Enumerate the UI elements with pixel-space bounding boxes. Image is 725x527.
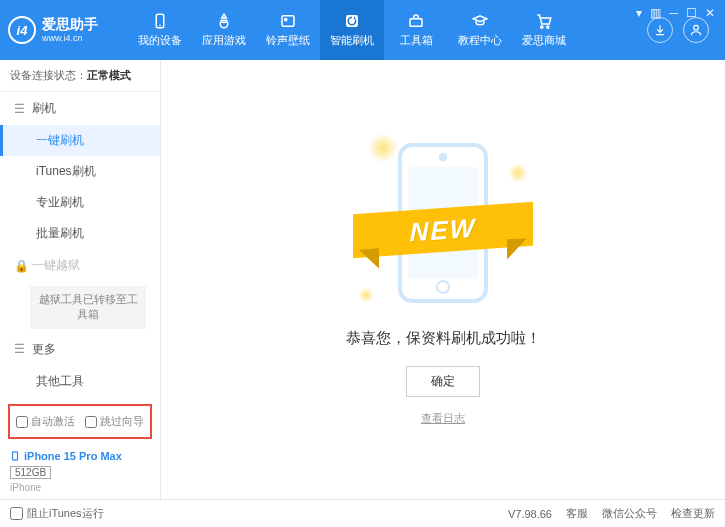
main-nav: 我的设备 应用游戏 铃声壁纸 智能刷机 工具箱 教程中心 爱思商城 bbox=[128, 0, 647, 60]
svg-point-4 bbox=[285, 18, 287, 20]
ok-button[interactable]: 确定 bbox=[406, 366, 480, 397]
skip-guide-input[interactable] bbox=[85, 416, 97, 428]
jailbreak-moved-note: 越狱工具已转移至工具箱 bbox=[30, 286, 146, 329]
group-label: 刷机 bbox=[32, 100, 56, 117]
wechat-link[interactable]: 微信公众号 bbox=[602, 506, 657, 521]
nav-my-device[interactable]: 我的设备 bbox=[128, 0, 192, 60]
phone-icon bbox=[10, 449, 20, 463]
auto-activate-input[interactable] bbox=[16, 416, 28, 428]
svg-point-7 bbox=[541, 26, 543, 28]
checkbox-label: 跳过向导 bbox=[100, 414, 144, 429]
minimize-icon[interactable]: ─ bbox=[669, 6, 678, 20]
flash-options-highlighted: 自动激活 跳过向导 bbox=[8, 404, 152, 439]
close-icon[interactable]: ✕ bbox=[705, 6, 715, 20]
nav-ringtones[interactable]: 铃声壁纸 bbox=[256, 0, 320, 60]
svg-rect-6 bbox=[410, 19, 422, 27]
sidebar: 设备连接状态：正常模式 ☰ 刷机 一键刷机 iTunes刷机 专业刷机 批量刷机… bbox=[0, 60, 161, 499]
nav-tutorials[interactable]: 教程中心 bbox=[448, 0, 512, 60]
phone-icon bbox=[150, 12, 170, 30]
header-actions bbox=[647, 17, 709, 43]
app-header: ▾ ▥ ─ ☐ ✕ i4 爱思助手 www.i4.cn 我的设备 应用游戏 铃声… bbox=[0, 0, 725, 60]
device-name[interactable]: iPhone 15 Pro Max bbox=[10, 449, 150, 463]
toolbox-icon bbox=[406, 12, 426, 30]
device-storage: 512GB bbox=[10, 466, 51, 479]
auto-activate-checkbox[interactable]: 自动激活 bbox=[16, 414, 75, 429]
sidebar-item-other-tools[interactable]: 其他工具 bbox=[0, 366, 160, 397]
check-update-link[interactable]: 检查更新 bbox=[671, 506, 715, 521]
nav-toolbox[interactable]: 工具箱 bbox=[384, 0, 448, 60]
sidebar-item-oneclick-flash[interactable]: 一键刷机 bbox=[0, 125, 160, 156]
status-label: 设备连接状态： bbox=[10, 69, 87, 81]
nav-label: 应用游戏 bbox=[202, 33, 246, 48]
group-label: 更多 bbox=[32, 341, 56, 358]
group-flash[interactable]: ☰ 刷机 bbox=[0, 92, 160, 125]
user-button[interactable] bbox=[683, 17, 709, 43]
app-title: 爱思助手 bbox=[42, 16, 98, 33]
refresh-icon bbox=[342, 12, 362, 30]
cart-icon bbox=[534, 12, 554, 30]
image-icon bbox=[278, 12, 298, 30]
group-jailbreak: 🔒 一键越狱 bbox=[0, 249, 160, 282]
group-label: 一键越狱 bbox=[32, 257, 80, 274]
view-log-link[interactable]: 查看日志 bbox=[421, 411, 465, 426]
svg-rect-3 bbox=[282, 16, 294, 27]
nav-label: 爱思商城 bbox=[522, 33, 566, 48]
app-icon bbox=[214, 12, 234, 30]
status-value: 正常模式 bbox=[87, 69, 131, 81]
user-icon bbox=[689, 23, 703, 37]
window-controls: ▾ ▥ ─ ☐ ✕ bbox=[636, 6, 715, 20]
success-message: 恭喜您，保资料刷机成功啦！ bbox=[346, 329, 541, 348]
nav-apps[interactable]: 应用游戏 bbox=[192, 0, 256, 60]
app-logo: i4 爱思助手 www.i4.cn bbox=[8, 16, 128, 44]
connection-status: 设备连接状态：正常模式 bbox=[0, 60, 160, 92]
skin-icon[interactable]: ▥ bbox=[650, 6, 661, 20]
skip-guide-checkbox[interactable]: 跳过向导 bbox=[85, 414, 144, 429]
device-type: iPhone bbox=[10, 482, 150, 493]
main-content: NEW 恭喜您，保资料刷机成功啦！ 确定 查看日志 bbox=[161, 60, 725, 499]
checkbox-label: 阻止iTunes运行 bbox=[27, 506, 104, 521]
nav-label: 工具箱 bbox=[400, 33, 433, 48]
lock-icon: 🔒 bbox=[14, 259, 26, 273]
svg-rect-10 bbox=[13, 452, 18, 460]
sidebar-item-batch-flash[interactable]: 批量刷机 bbox=[0, 218, 160, 249]
download-button[interactable] bbox=[647, 17, 673, 43]
logo-icon: i4 bbox=[8, 16, 36, 44]
svg-point-8 bbox=[547, 26, 549, 28]
sidebar-item-download-firmware[interactable]: 下载固件 bbox=[0, 397, 160, 400]
svg-point-2 bbox=[220, 20, 228, 28]
sidebar-item-itunes-flash[interactable]: iTunes刷机 bbox=[0, 156, 160, 187]
version-text: V7.98.66 bbox=[508, 508, 552, 520]
nav-label: 我的设备 bbox=[138, 33, 182, 48]
download-icon bbox=[653, 23, 667, 37]
block-itunes-input[interactable] bbox=[10, 507, 23, 520]
checkbox-label: 自动激活 bbox=[31, 414, 75, 429]
graduation-icon bbox=[470, 12, 490, 30]
app-url: www.i4.cn bbox=[42, 33, 98, 44]
nav-store[interactable]: 爱思商城 bbox=[512, 0, 576, 60]
device-info: iPhone 15 Pro Max 512GB iPhone bbox=[0, 443, 160, 499]
customer-service-link[interactable]: 客服 bbox=[566, 506, 588, 521]
svg-point-9 bbox=[694, 25, 699, 30]
footer: 阻止iTunes运行 V7.98.66 客服 微信公众号 检查更新 bbox=[0, 499, 725, 527]
success-illustration: NEW bbox=[358, 133, 528, 313]
sidebar-item-pro-flash[interactable]: 专业刷机 bbox=[0, 187, 160, 218]
list-icon: ☰ bbox=[14, 342, 26, 356]
group-more[interactable]: ☰ 更多 bbox=[0, 333, 160, 366]
new-ribbon: NEW bbox=[353, 202, 533, 259]
list-icon: ☰ bbox=[14, 102, 26, 116]
nav-label: 智能刷机 bbox=[330, 33, 374, 48]
nav-smart-flash[interactable]: 智能刷机 bbox=[320, 0, 384, 60]
menu-icon[interactable]: ▾ bbox=[636, 6, 642, 20]
nav-label: 教程中心 bbox=[458, 33, 502, 48]
block-itunes-checkbox[interactable]: 阻止iTunes运行 bbox=[10, 506, 104, 521]
maximize-icon[interactable]: ☐ bbox=[686, 6, 697, 20]
nav-label: 铃声壁纸 bbox=[266, 33, 310, 48]
